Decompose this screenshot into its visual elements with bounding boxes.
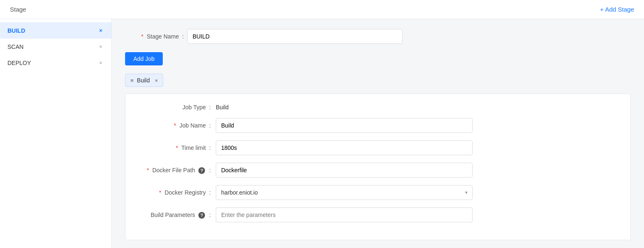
docker-file-path-label: * Docker File Path ? [139,167,209,174]
build-parameters-help-icon[interactable]: ? [198,212,205,219]
add-job-wrapper: Add Job [125,52,631,74]
job-type-value: Build [216,104,229,111]
docker-registry-label: * Docker Registry [139,189,209,196]
job-type-label: Job Type [139,104,209,111]
main-content: BUILD × SCAN × DEPLOY × * Stage Name : [0,19,644,248]
form-area: * Stage Name : Add Job ≡ Build × [112,19,644,248]
required-star-docker-registry: * [159,189,161,196]
sidebar-close-scan-icon[interactable]: × [97,43,104,51]
job-details-panel: Job Type : Build * Job Name : * [125,94,631,240]
stage-name-colon: : [182,33,184,40]
add-job-button[interactable]: Add Job [125,52,163,65]
job-name-label: * Job Name [139,122,209,129]
docker-registry-row: * Docker Registry : harbor.eniot.io ▾ [139,185,617,200]
docker-file-path-input[interactable] [216,163,473,178]
sidebar: BUILD × SCAN × DEPLOY × [0,19,112,248]
job-name-input[interactable] [216,118,473,133]
stage-name-label: * Stage Name [125,33,179,40]
time-limit-label: * Time limit [139,144,209,151]
job-close-icon[interactable]: × [155,77,158,84]
required-star-time-limit: * [176,144,178,151]
job-item-label: Build [137,77,150,84]
required-star: * [141,33,143,40]
sidebar-close-deploy-icon[interactable]: × [97,59,104,67]
sidebar-item-deploy[interactable]: DEPLOY × [0,55,111,71]
job-name-row: * Job Name : [139,118,617,133]
docker-file-help-icon[interactable]: ? [198,167,205,174]
sidebar-item-scan[interactable]: SCAN × [0,39,111,55]
page-wrapper: Stage + Add Stage BUILD × SCAN × DEPLOY … [0,0,644,248]
sidebar-item-build[interactable]: BUILD × [0,22,111,39]
job-list: ≡ Build × [125,74,631,87]
build-parameters-label: Build Parameters ? [139,212,209,219]
build-parameters-input[interactable] [216,207,473,222]
time-limit-row: * Time limit : [139,140,617,155]
add-stage-button[interactable]: + Add Stage [600,6,634,13]
build-parameters-row: Build Parameters ? : [139,207,617,222]
required-star-docker-file: * [147,167,149,173]
stage-name-row: * Stage Name : [125,29,631,44]
docker-file-path-row: * Docker File Path ? : [139,163,617,178]
required-star-job-name: * [174,122,176,129]
stage-name-input[interactable] [187,29,403,44]
time-limit-input[interactable] [216,140,473,155]
docker-registry-select-wrapper: harbor.eniot.io ▾ [216,185,473,200]
sidebar-close-build-icon[interactable]: × [97,26,104,34]
job-type-row: Job Type : Build [139,104,617,111]
top-bar: Stage + Add Stage [0,0,644,19]
hamburger-icon: ≡ [130,77,134,84]
docker-registry-select[interactable]: harbor.eniot.io [216,185,473,200]
page-title: Stage [10,6,26,13]
job-item-build[interactable]: ≡ Build × [125,74,163,87]
